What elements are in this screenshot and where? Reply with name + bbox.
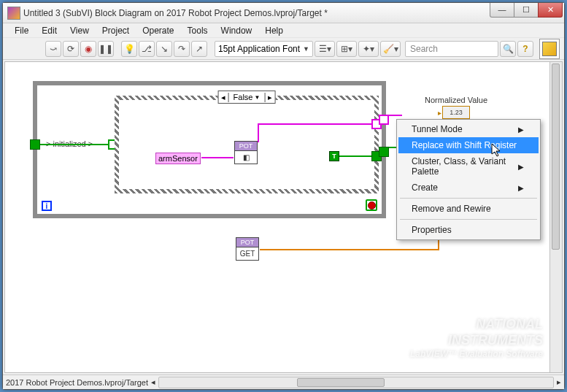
font-label: 15pt Application Font [218, 44, 300, 54]
ctx-remove-rewire[interactable]: Remove and Rewire [398, 201, 539, 217]
wire [258, 123, 374, 125]
loop-stop-terminal[interactable] [366, 199, 377, 211]
while-tunnel-green[interactable] [379, 147, 389, 157]
case-structure[interactable]: ◂ False▼ ▸ armSensor POT ◧ T [115, 96, 379, 193]
font-selector[interactable]: 15pt Application Font ▼ [215, 41, 313, 57]
search-input[interactable]: Search [405, 41, 498, 57]
block-diagram-canvas[interactable]: Normalized Value 1.23 > initialized > i … [4, 61, 563, 373]
status-nav-left[interactable]: ◂ [151, 377, 155, 387]
menu-window[interactable]: Window [215, 24, 258, 37]
scrollbar-thumb[interactable] [552, 64, 560, 250]
step-over-button[interactable]: ↷ [174, 41, 190, 57]
numeric-indicator-icon: 1.23 [442, 106, 470, 119]
submenu-arrow-icon: ▶ [518, 184, 524, 192]
watermark: NATIONAL INSTRUMENTS LabVIEW™ Evaluation… [410, 317, 543, 359]
subvi-icon: ◧ [235, 151, 257, 161]
normalized-value-terminal[interactable]: Normalized Value 1.23 [425, 96, 487, 119]
mouse-cursor-icon [491, 143, 501, 158]
retain-wire-button[interactable]: ⎇ [139, 41, 155, 57]
ctx-cluster-class-variant[interactable]: Cluster, Class, & Variant Palette ▶ [398, 153, 539, 180]
wire [40, 144, 109, 145]
scrollbar-thumb[interactable] [297, 378, 385, 387]
step-out-button[interactable]: ↗ [191, 41, 207, 57]
vi-icon[interactable] [539, 39, 560, 59]
help-icon[interactable]: ? [517, 41, 533, 57]
ctx-properties[interactable]: Properties [398, 222, 539, 238]
close-button[interactable]: ✕ [538, 3, 563, 18]
window-controls: — ☐ ✕ [490, 3, 563, 18]
menu-separator [400, 219, 537, 220]
pot-subvi[interactable]: POT ◧ [234, 141, 258, 164]
menu-file[interactable]: File [9, 24, 34, 37]
menu-help[interactable]: Help [259, 24, 289, 37]
app-window: Untitled 3 (SubVI) Block Diagram on 2017… [2, 2, 565, 390]
case-selector[interactable]: ◂ False▼ ▸ [218, 91, 276, 104]
maximize-button[interactable]: ☐ [514, 3, 539, 18]
case-prev-button[interactable]: ◂ [219, 93, 229, 102]
status-bar: 2017 Robot Project Demos.lvproj/Target ◂… [3, 374, 564, 389]
menu-tools[interactable]: Tools [182, 24, 214, 37]
titlebar: Untitled 3 (SubVI) Block Diagram on 2017… [3, 3, 564, 23]
normalized-value-label: Normalized Value [425, 96, 487, 104]
chevron-down-icon: ▼ [254, 94, 260, 101]
menu-operate[interactable]: Operate [136, 24, 180, 37]
while-tunnel-pink[interactable] [379, 115, 389, 125]
search-placeholder: Search [410, 44, 438, 54]
menu-project[interactable]: Project [96, 24, 135, 37]
run-cont-button[interactable]: ⟳ [63, 41, 79, 57]
wire [258, 123, 259, 142]
search-icon[interactable]: 🔍 [500, 41, 516, 57]
context-menu: Tunnel Mode ▶ Replace with Shift Registe… [396, 119, 541, 240]
status-path: 2017 Robot Project Demos.lvproj/Target [6, 378, 151, 387]
true-constant[interactable]: T [329, 151, 339, 161]
distribute-button[interactable]: ⊞▾ [336, 41, 357, 57]
highlight-button[interactable]: 💡 [121, 41, 137, 57]
case-value[interactable]: False▼ [229, 93, 265, 101]
app-icon [7, 7, 20, 20]
vertical-scrollbar[interactable] [549, 62, 562, 372]
ctx-replace-shift-register[interactable]: Replace with Shift Register [398, 137, 539, 153]
wire [339, 155, 374, 157]
step-into-button[interactable]: ↘ [156, 41, 172, 57]
align-button[interactable]: ☰▾ [315, 41, 335, 57]
wire [389, 115, 402, 116]
wire [260, 249, 439, 250]
abort-button[interactable]: ◉ [80, 41, 96, 57]
minimize-button[interactable]: — [490, 3, 514, 18]
chevron-down-icon: ▼ [303, 45, 309, 53]
tunnel-left[interactable] [30, 139, 40, 150]
menu-bar: File Edit View Project Operate Tools Win… [3, 23, 564, 38]
pause-button[interactable]: ❚❚ [98, 41, 114, 57]
window-title: Untitled 3 (SubVI) Block Diagram on 2017… [23, 8, 490, 18]
subvi-text: GET [236, 247, 258, 258]
menu-separator [400, 198, 537, 199]
case-next-button[interactable]: ▸ [264, 93, 274, 102]
pot-get-subvi[interactable]: POT GET [236, 237, 259, 261]
submenu-arrow-icon: ▶ [518, 163, 524, 171]
submenu-arrow-icon: ▶ [518, 126, 524, 134]
menu-view[interactable]: View [64, 24, 95, 37]
loop-iteration-terminal[interactable]: i [42, 201, 52, 211]
subvi-label: POT [236, 238, 258, 247]
ctx-tunnel-mode[interactable]: Tunnel Mode ▶ [398, 121, 539, 137]
while-loop[interactable]: > initialized > i ◂ False▼ ▸ armSensor P… [33, 81, 386, 218]
arm-sensor-constant[interactable]: armSensor [155, 153, 201, 164]
toolbar: ⤻ ⟳ ◉ ❚❚ 💡 ⎇ ↘ ↷ ↗ 15pt Application Font… [3, 38, 564, 60]
horizontal-scrollbar[interactable] [158, 377, 554, 388]
wire [201, 157, 234, 158]
reorder-button[interactable]: ✦▾ [358, 41, 379, 57]
status-nav-right[interactable]: ▸ [557, 377, 561, 387]
ctx-create[interactable]: Create ▶ [398, 180, 539, 196]
menu-edit[interactable]: Edit [36, 24, 63, 37]
subvi-label: POT [235, 142, 257, 151]
cleanup-button[interactable]: 🧹▾ [380, 41, 401, 57]
run-button[interactable]: ⤻ [45, 41, 61, 57]
